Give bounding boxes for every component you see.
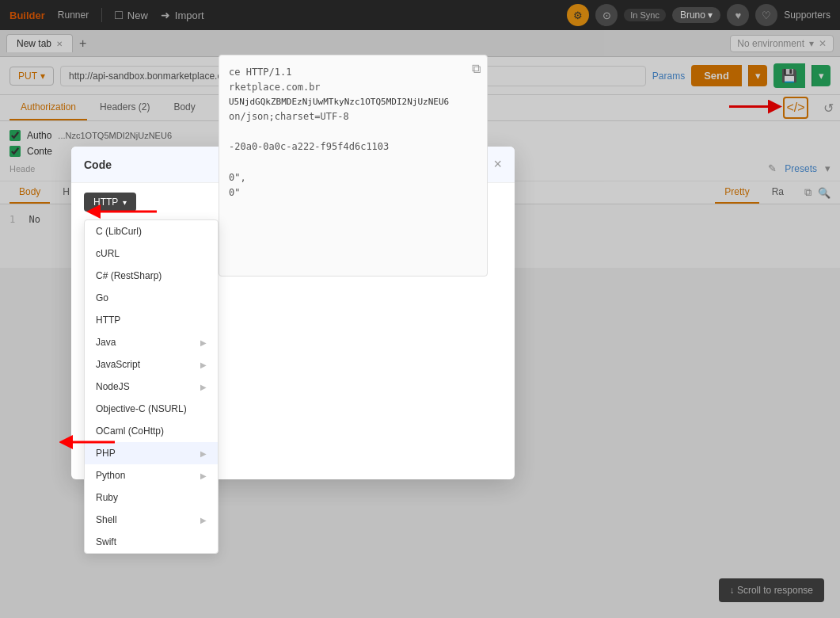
dropdown-item-nodejs[interactable]: NodeJS ▶ — [85, 376, 218, 398]
shell-submenu-icon: ▶ — [200, 516, 207, 525]
code-line-9: 0" — [229, 185, 477, 200]
code-line-1: ce HTTP/1.1 — [229, 65, 477, 80]
copy-code-button[interactable]: ⧉ — [472, 62, 481, 76]
code-line-2: rketplace.com.br — [229, 80, 477, 95]
dropdown-item-php[interactable]: PHP ▶ — [85, 442, 218, 464]
python-submenu-icon: ▶ — [200, 471, 207, 480]
dropdown-item-ruby[interactable]: Ruby — [85, 486, 218, 509]
dropdown-item-python[interactable]: Python ▶ — [85, 464, 218, 486]
dropdown-item-swift[interactable]: Swift — [85, 531, 218, 553]
dropdown-item-csharp[interactable]: C# (RestSharp) — [85, 265, 218, 287]
language-dropdown-menu: C (LibCurl) cURL C# (RestSharp) Go HTTP — [84, 219, 219, 554]
dropdown-item-javascript[interactable]: JavaScript ▶ — [85, 353, 218, 376]
modal-title: Code — [84, 158, 112, 171]
dropdown-arrow-icon: ▾ — [123, 198, 127, 207]
dropdown-item-curl[interactable]: cURL — [85, 242, 218, 265]
java-submenu-icon: ▶ — [200, 338, 207, 347]
http-dropdown-container: HTTP ▾ C (LibCurl) cURL C# (RestSharp) — [84, 193, 136, 219]
http-dropdown-button[interactable]: HTTP ▾ — [84, 193, 136, 212]
code-modal: Code × HTTP ▾ C (LibCurl) cURL — [71, 147, 515, 479]
dropdown-item-go[interactable]: Go — [85, 287, 218, 309]
code-line-7 — [229, 155, 477, 170]
dropdown-item-shell[interactable]: Shell ▶ — [85, 509, 218, 531]
code-display-area: ⧉ ce HTTP/1.1 rketplace.com.br U5NjdGQkZ… — [219, 55, 488, 277]
dropdown-item-clibcurl[interactable]: C (LibCurl) — [85, 220, 218, 242]
js-submenu-icon: ▶ — [200, 360, 207, 369]
modal-body: HTTP ▾ C (LibCurl) cURL C# (RestSharp) — [71, 183, 515, 286]
code-line-8: 0", — [229, 170, 477, 185]
code-line-4: on/json;charset=UTF-8 — [229, 109, 477, 124]
php-submenu-icon: ▶ — [200, 449, 207, 458]
code-line-5 — [229, 124, 477, 139]
dropdown-item-objc[interactable]: Objective-C (NSURL) — [85, 398, 218, 420]
dropdown-item-ocaml[interactable]: OCaml (CoHttp) — [85, 420, 218, 442]
modal-backdrop[interactable]: Code × HTTP ▾ C (LibCurl) cURL — [0, 0, 840, 618]
modal-close-button[interactable]: × — [493, 156, 502, 173]
code-line-6: -20a0-0a0c-a222-f95f4d6c1103 — [229, 139, 477, 154]
code-line-3: U5NjdGQkZBMDEzNjUwMTkyNzc1OTQ5MDI2NjUzNE… — [229, 95, 477, 109]
dropdown-item-http[interactable]: HTTP — [85, 309, 218, 331]
dropdown-item-java[interactable]: Java ▶ — [85, 331, 218, 353]
nodejs-submenu-icon: ▶ — [200, 383, 207, 391]
